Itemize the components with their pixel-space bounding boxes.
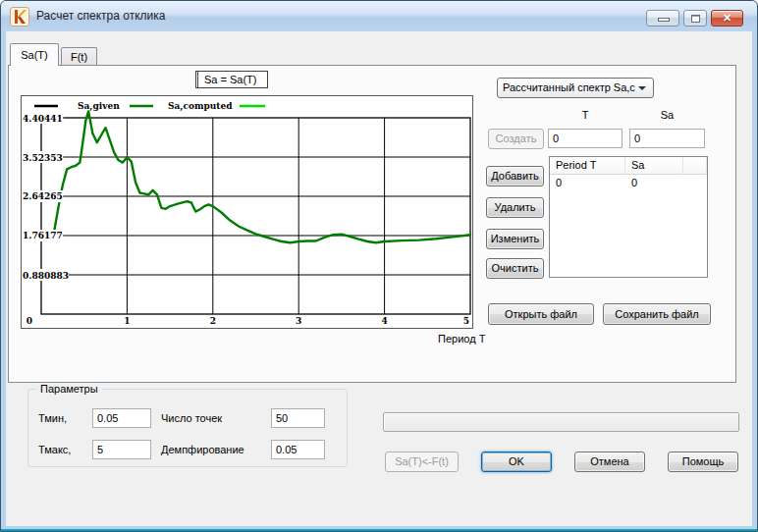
legend-label: Sa,computed [168, 101, 233, 112]
save-file-button[interactable]: Сохранить файл [603, 303, 711, 325]
chart-formula-box: Sa = Sa(T) [195, 71, 268, 88]
title-bar[interactable]: Расчет спектра отклика ✕ [1, 1, 757, 31]
save-file-button-label: Сохранить файл [615, 308, 698, 320]
x-tick-label: 1 [124, 316, 130, 326]
spectrum-selector-combobox[interactable]: Рассчитанный спектр Sa,c [497, 78, 654, 98]
tmin-label: Тмин, [38, 412, 67, 424]
close-button[interactable]: ✕ [711, 10, 743, 27]
add-button-label: Добавить [491, 170, 539, 182]
sa-column-label: Sa [629, 109, 705, 121]
tab-sat[interactable]: Sa(T) [10, 43, 59, 66]
table-header-cell[interactable] [683, 157, 707, 174]
tab-ft-label: F(t) [71, 51, 87, 63]
delete-button-label: Удалить [495, 201, 536, 213]
x-tick-label: 5 [463, 316, 469, 326]
tmax-label: Тмакс, [38, 444, 71, 455]
convert-sat-from-ft-button[interactable]: Sa(T)<-F(t) [385, 452, 459, 472]
table-header: Period TSa [550, 157, 707, 175]
ok-button-label: OK [509, 455, 524, 467]
y-tick-label: 3.52353 [23, 153, 63, 163]
chart-formula-text: Sa = Sa(T) [204, 74, 257, 85]
dialog-client-area: Sa(T) F(t) Sa = Sa(T) 0.8808831.761772.6… [6, 31, 752, 526]
convert-button-label: Sa(T)<-F(t) [395, 455, 449, 467]
chevron-down-icon [638, 86, 646, 90]
points-table[interactable]: Period TSa00 [549, 156, 708, 278]
create-button-label: Создать [496, 133, 537, 144]
progress-bar [383, 412, 739, 432]
y-tick-label: 2.64265 [23, 191, 63, 201]
damping-input[interactable] [271, 440, 325, 459]
delete-button[interactable]: Удалить [486, 197, 544, 218]
x-tick-label: 0 [27, 316, 32, 326]
help-button[interactable]: Помощь [668, 452, 738, 472]
edit-button-label: Изменить [491, 233, 540, 244]
table-header-cell[interactable]: Period T [550, 157, 625, 174]
dialog-window: Расчет спектра отклика ✕ Sa(T) F(t) Sa =… [0, 0, 758, 532]
y-tick-label: 4.40441 [23, 114, 63, 124]
table-cell: 0 [625, 175, 683, 191]
tab-ft[interactable]: F(t) [61, 47, 97, 66]
close-icon: ✕ [723, 12, 731, 24]
x-tick-label: 4 [381, 316, 387, 326]
maximize-icon [691, 15, 700, 23]
add-button[interactable]: Добавить [486, 166, 544, 186]
chart-x-axis-label: Период T [438, 333, 485, 345]
legend-label: Sa,given [78, 101, 120, 112]
cancel-button-label: Отмена [590, 455, 628, 467]
y-tick-label: 0.880883 [23, 271, 69, 281]
tmin-input[interactable] [92, 408, 151, 428]
tmax-input[interactable] [92, 440, 151, 459]
npoints-label: Число точек [161, 412, 222, 424]
table-cell [683, 175, 707, 191]
minimize-button[interactable] [646, 10, 679, 27]
parameters-groupbox: Параметры Тмин, Число точек Тмакс, Демпф… [27, 389, 348, 467]
tab-page-sat: Sa = Sa(T) 0.8808831.761772.642653.52353… [8, 65, 736, 383]
table-row[interactable]: 00 [550, 175, 707, 191]
y-tick-label: 1.76177 [23, 231, 63, 240]
sa-input[interactable] [629, 129, 705, 148]
spectrum-chart: 0.8808831.761772.642653.523534.404410123… [21, 95, 473, 329]
t-column-label: T [548, 109, 623, 121]
maximize-button[interactable] [683, 10, 707, 27]
t-input[interactable] [548, 129, 623, 148]
parameters-groupbox-label: Параметры [36, 383, 102, 395]
combobox-value: Рассчитанный спектр Sa,c [503, 81, 635, 93]
help-button-label: Помощь [682, 455, 725, 467]
plot-border [41, 118, 470, 314]
edit-button[interactable]: Изменить [486, 229, 544, 249]
app-icon [10, 7, 29, 27]
open-file-button[interactable]: Открыть файл [488, 303, 594, 325]
clear-button-label: Очистить [492, 262, 539, 274]
minimize-icon [658, 18, 670, 22]
cancel-button[interactable]: Отмена [574, 452, 645, 472]
x-tick-label: 2 [210, 316, 216, 326]
open-file-button-label: Открыть файл [505, 308, 577, 320]
table-header-cell[interactable]: Sa [625, 157, 683, 174]
damping-label: Демпфирование [161, 444, 244, 455]
create-button[interactable]: Создать [488, 129, 544, 149]
window-title: Расчет спектра отклика [36, 9, 165, 23]
table-cell: 0 [550, 175, 625, 191]
npoints-input[interactable] [271, 408, 325, 428]
sa-computed-curve [54, 111, 470, 242]
x-tick-label: 3 [296, 316, 301, 326]
tab-sat-label: Sa(T) [21, 49, 48, 61]
clear-button[interactable]: Очистить [486, 258, 544, 279]
ok-button[interactable]: OK [481, 452, 552, 472]
